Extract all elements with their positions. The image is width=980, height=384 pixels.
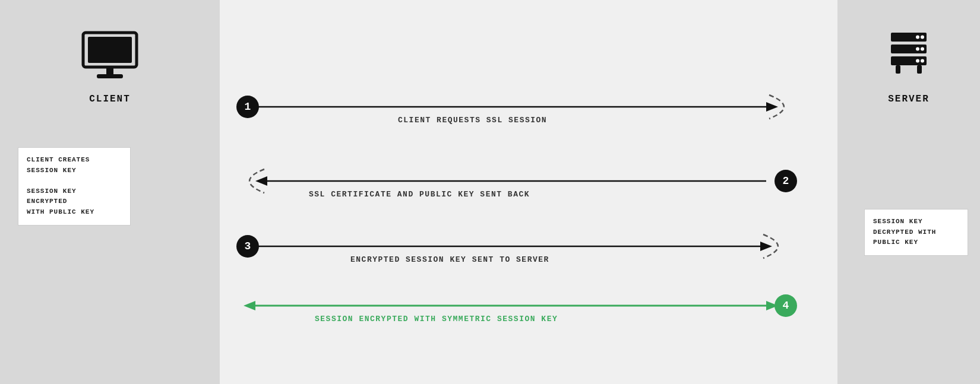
svg-marker-9: [760, 242, 772, 251]
step-4-number: 4: [783, 300, 789, 312]
svg-rect-2: [106, 67, 113, 74]
svg-marker-11: [244, 301, 255, 310]
svg-point-15: [921, 36, 924, 39]
svg-point-21: [921, 59, 924, 63]
svg-point-18: [921, 47, 924, 51]
step-3-badge: 3: [236, 235, 259, 258]
left-section: CLIENT CLIENT CREATESSESSION KEYSESSION …: [0, 0, 220, 384]
step-2-number: 2: [783, 175, 789, 187]
step-4-badge: 4: [774, 294, 797, 317]
svg-rect-22: [896, 65, 900, 74]
server-info-text: SESSION KEYDECRYPTED WITHPUBLIC KEY: [873, 218, 936, 246]
server-area: SERVER: [885, 30, 932, 104]
client-label: CLIENT: [89, 94, 131, 104]
svg-point-17: [916, 47, 919, 51]
server-label: SERVER: [888, 94, 930, 104]
server-icon: [885, 30, 932, 83]
middle-section: 1 2 3 4 CLIENT REQUESTS SSL SESSION SSL …: [220, 0, 837, 384]
right-section: SERVER SESSION KEYDECRYPTED WITHPUBLIC K…: [837, 0, 980, 384]
step-2-badge: 2: [774, 170, 797, 192]
step-4-label: SESSION ENCRYPTED WITH SYMMETRIC SESSION…: [315, 315, 558, 323]
monitor-icon: [80, 30, 140, 83]
diagram-container: CLIENT CLIENT CREATESSESSION KEYSESSION …: [0, 0, 980, 384]
server-info-box: SESSION KEYDECRYPTED WITHPUBLIC KEY: [864, 209, 968, 256]
svg-rect-23: [917, 65, 922, 74]
step-1-badge: 1: [236, 96, 259, 118]
step-1-number: 1: [245, 101, 251, 113]
step-3-number: 3: [245, 240, 251, 252]
step-2-label: SSL CERTIFICATE AND PUBLIC KEY SENT BACK: [309, 190, 530, 199]
svg-marker-5: [766, 102, 778, 112]
client-info-box: CLIENT CREATESSESSION KEYSESSION KEYENCR…: [18, 147, 131, 226]
svg-marker-7: [255, 176, 267, 186]
svg-point-20: [916, 59, 919, 63]
svg-rect-3: [97, 74, 123, 78]
step-3-label: ENCRYPTED SESSION KEY SENT TO SERVER: [350, 255, 549, 264]
step-1-label: CLIENT REQUESTS SSL SESSION: [398, 116, 547, 125]
client-info-text: CLIENT CREATESSESSION KEYSESSION KEYENCR…: [27, 156, 94, 215]
svg-rect-1: [88, 37, 132, 63]
svg-point-14: [916, 36, 919, 39]
client-area: CLIENT: [80, 30, 140, 104]
